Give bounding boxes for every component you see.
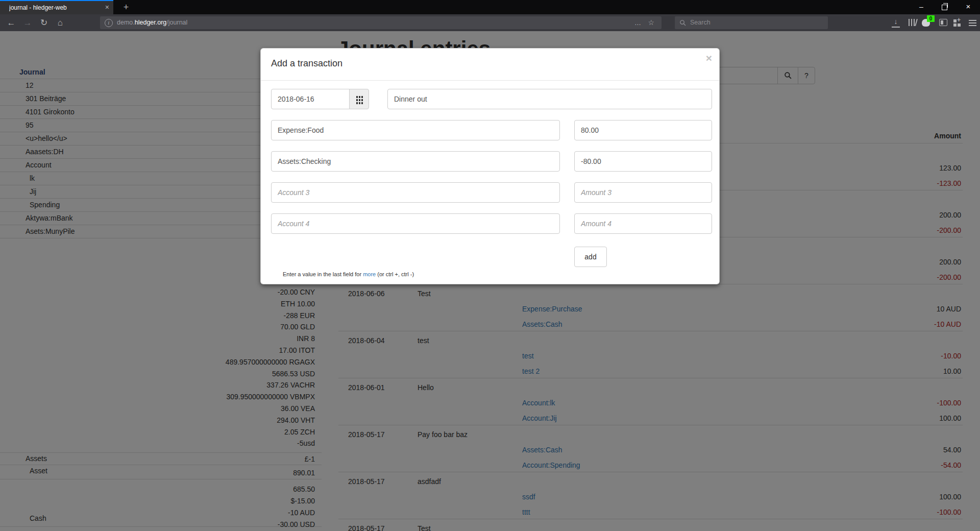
browser-search-bar[interactable]: Search: [675, 16, 828, 29]
hint-prefix: Enter a value in the last field for: [283, 271, 363, 277]
tab-title: journal - hledger-web: [9, 4, 67, 11]
page-actions-icon[interactable]: …: [634, 19, 641, 27]
extensions-grid-icon[interactable]: [953, 19, 957, 22]
site-info-icon[interactable]: i: [105, 19, 113, 27]
menu-hamburger-icon[interactable]: [969, 20, 976, 21]
window-close-button[interactable]: ×: [957, 0, 980, 14]
modal-close-icon[interactable]: ×: [706, 53, 712, 63]
hint-suffix: (or ctrl +, ctrl -): [376, 271, 414, 277]
url-domain: hledger.org: [135, 19, 167, 26]
modal-account-input[interactable]: [271, 213, 560, 234]
hint-more-link[interactable]: more: [363, 271, 376, 277]
modal-amount-input[interactable]: [574, 213, 712, 234]
modal-account-input[interactable]: [271, 120, 560, 140]
forward-button[interactable]: →: [19, 14, 36, 31]
bookmark-star-icon[interactable]: ☆: [648, 18, 654, 27]
extension-badge: 0: [927, 15, 935, 22]
active-tab-stripe: [0, 0, 113, 1]
tab-close-icon[interactable]: ×: [105, 3, 109, 11]
new-tab-button[interactable]: +: [119, 1, 133, 13]
library-icon[interactable]: [909, 19, 910, 26]
window-minimize-button[interactable]: –: [910, 0, 933, 14]
add-transaction-modal: Add a transaction × add Enter a value in…: [260, 48, 720, 284]
modal-account-input[interactable]: [271, 151, 560, 172]
modal-hint: Enter a value in the last field for more…: [283, 271, 414, 277]
back-button[interactable]: ←: [3, 14, 19, 31]
url-path: /journal: [166, 19, 187, 26]
search-icon: [679, 19, 686, 28]
url-text: demo.hledger.org/journal: [117, 19, 187, 26]
modal-amount-input[interactable]: [574, 120, 712, 140]
transaction-description-input[interactable]: [387, 89, 712, 109]
calendar-grid-icon: [356, 96, 358, 98]
window-restore-button[interactable]: [933, 0, 957, 14]
modal-amount-input[interactable]: [574, 182, 712, 203]
window-restore-icon: [942, 5, 947, 10]
browser-toolbar: ← → ↻ ⌂ i demo.hledger.org/journal … ☆ S…: [0, 14, 980, 31]
date-picker-button[interactable]: [349, 89, 369, 109]
home-button[interactable]: ⌂: [52, 14, 68, 31]
page-viewport: Journal entries Journal 12301 Beiträge41…: [0, 31, 980, 531]
url-bar[interactable]: i demo.hledger.org/journal … ☆: [100, 16, 662, 29]
downloads-icon[interactable]: ↓: [892, 17, 900, 28]
modal-title: Add a transaction: [271, 58, 342, 69]
modal-header: Add a transaction ×: [261, 49, 719, 81]
browser-window: journal - hledger-web × + – × ← → ↻ ⌂ i …: [0, 0, 980, 531]
reload-button[interactable]: ↻: [36, 14, 52, 31]
transaction-date-input[interactable]: [271, 89, 350, 109]
modal-amount-input[interactable]: [574, 151, 712, 172]
browser-tab[interactable]: journal - hledger-web ×: [0, 0, 113, 14]
add-button[interactable]: add: [574, 247, 607, 267]
sidebar-toggle-icon[interactable]: [939, 19, 947, 26]
browser-titlebar: journal - hledger-web × + – ×: [0, 0, 980, 14]
modal-account-input[interactable]: [271, 182, 560, 203]
browser-search-placeholder: Search: [690, 19, 710, 26]
url-prefix: demo.: [117, 19, 135, 26]
